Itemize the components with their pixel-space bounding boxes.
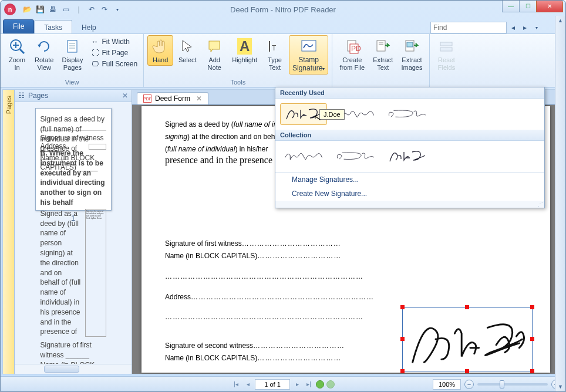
zoom-input[interactable] <box>433 379 461 390</box>
svg-line-1 <box>20 49 24 53</box>
vertical-scrollbar[interactable]: ▲ ▼ <box>555 16 565 391</box>
stamp-signature-icon <box>299 37 318 56</box>
find-dropdown-icon[interactable]: ▾ <box>531 22 542 33</box>
scroll-up-icon[interactable]: ▲ <box>555 16 565 25</box>
type-text-icon: T <box>265 37 284 56</box>
dropdown-section-recently-used: Recently Used <box>275 87 544 99</box>
svg-rect-17 <box>377 40 385 51</box>
manage-signatures-item[interactable]: Manage Signatures... <box>275 173 544 187</box>
signature-coll-3[interactable] <box>383 146 430 167</box>
title-bar: n 📂 💾 🖶 ▭ | ↶ ↷ ▾ Deed Form - Nitro PDF … <box>1 1 565 18</box>
signature-item-3[interactable] <box>383 103 430 125</box>
svg-rect-5 <box>68 40 77 52</box>
stamp-signature-button[interactable]: Stamp Signature▾ <box>289 35 328 75</box>
highlight-button[interactable]: A Highlight <box>228 35 261 66</box>
display-pages-button[interactable]: Display Pages <box>58 35 86 73</box>
tools-group-label: Tools <box>147 78 328 86</box>
qat-customize-icon[interactable]: ▾ <box>112 4 123 15</box>
find-box: ◂ ▸ ▾ <box>430 22 542 33</box>
help-tab[interactable]: Help <box>72 21 106 33</box>
hand-icon <box>151 37 170 56</box>
qat-save-icon[interactable]: 💾 <box>35 4 45 15</box>
page-navigation: |◂ ◂ ▸ ▸| <box>231 379 335 390</box>
svg-rect-10 <box>209 41 220 49</box>
qat-open-icon[interactable]: 📂 <box>22 4 32 15</box>
view-group: Zoom In Rotate View Display Pages ↔Fit W… <box>1 34 144 87</box>
tasks-tab[interactable]: Tasks <box>34 20 72 33</box>
quick-access-toolbar: 📂 💾 🖶 ▭ | ↶ ↷ ▾ <box>22 4 123 15</box>
ribbon-tab-row: File Tasks Help ◂ ▸ ▾ <box>1 18 565 33</box>
full-screen-button[interactable]: 🖵Full Screen <box>88 59 140 69</box>
qat-print-icon[interactable]: 🖶 <box>48 4 58 15</box>
find-next-icon[interactable]: ▸ <box>520 22 530 33</box>
qat-blank-icon[interactable]: ▭ <box>60 4 71 15</box>
nav-back-button[interactable] <box>316 380 324 388</box>
type-text-button[interactable]: T Type Text <box>262 35 288 73</box>
pages-panel: ☷ Pages ✕ Signed as a deed by (full name… <box>15 90 132 374</box>
zoom-in-button[interactable]: Zoom In <box>4 35 30 73</box>
find-input[interactable] <box>430 22 507 33</box>
tools-group: Hand Select Add Note A Highlight T Type … <box>144 34 332 87</box>
create-new-signature-item[interactable]: Create New Signature... <box>275 187 544 201</box>
fit-page-button[interactable]: ⛶Fit Page <box>88 48 140 58</box>
pdf-icon: PDF <box>143 94 151 103</box>
reset-fields-button[interactable]: Reset Fields <box>433 35 459 73</box>
file-tab[interactable]: File <box>3 19 34 33</box>
qat-undo-icon[interactable]: ↶ <box>86 4 97 15</box>
close-button[interactable]: ✕ <box>536 1 563 12</box>
highlight-icon: A <box>235 37 254 56</box>
extract-text-icon <box>373 37 392 56</box>
first-page-icon[interactable]: |◂ <box>231 380 241 389</box>
svg-rect-13 <box>302 40 316 51</box>
maximize-button[interactable]: ☐ <box>519 1 537 12</box>
stamp-signature-dropdown: Recently Used Collection Manage Signatur… <box>275 87 545 208</box>
find-prev-icon[interactable]: ◂ <box>508 22 518 33</box>
signature-tooltip: J.Doe <box>319 109 345 120</box>
sidebar-tab-pages[interactable]: Pages <box>3 90 15 374</box>
forms-group: Reset Fields <box>430 34 463 87</box>
last-page-icon[interactable]: ▸| <box>304 380 314 389</box>
svg-rect-21 <box>407 42 413 47</box>
signature-coll-1[interactable] <box>280 146 327 167</box>
dropdown-resize-grip[interactable]: ⋰ <box>275 201 544 208</box>
minimize-button[interactable]: — <box>502 1 520 12</box>
document-tab-close-icon[interactable]: ✕ <box>196 94 202 103</box>
extract-images-button[interactable]: Extract Images <box>397 35 426 73</box>
svg-text:T: T <box>272 44 277 52</box>
create-from-file-button[interactable]: PDF Create from File <box>336 35 368 73</box>
view-group-label: View <box>4 78 140 86</box>
extract-images-icon <box>402 37 421 56</box>
document-tab[interactable]: PDF Deed Form ✕ <box>137 92 208 104</box>
page-thumbnail[interactable]: Signed as a deed by (full name) of indiv… <box>35 108 112 211</box>
add-note-button[interactable]: Add Note <box>201 35 227 73</box>
scroll-down-icon[interactable]: ▼ <box>555 382 565 391</box>
create-from-file-icon: PDF <box>343 37 362 56</box>
qat-redo-icon[interactable]: ↷ <box>99 4 110 15</box>
full-screen-icon: 🖵 <box>90 59 100 69</box>
app-icon: n <box>4 4 16 15</box>
prev-page-icon[interactable]: ◂ <box>243 380 252 389</box>
svg-text:PDF: PDF <box>351 45 361 53</box>
next-page-icon[interactable]: ▸ <box>292 380 302 389</box>
thumbnail-scrollbar[interactable] <box>15 364 132 374</box>
document-tab-label: Deed Form <box>155 94 190 103</box>
dropdown-section-collection: Collection <box>275 130 544 141</box>
hand-button[interactable]: Hand <box>147 35 173 66</box>
zoom-slider[interactable] <box>477 383 548 386</box>
thumbnail-label: 1 <box>71 214 75 222</box>
extract-text-button[interactable]: Extract Text <box>369 35 396 73</box>
rotate-view-button[interactable]: Rotate View <box>31 35 57 73</box>
select-button[interactable]: Select <box>174 35 200 66</box>
zoom-controls: − + <box>433 379 561 390</box>
status-bar: |◂ ◂ ▸ ▸| − + <box>1 376 565 391</box>
nav-forward-button[interactable] <box>326 380 335 388</box>
fit-width-button[interactable]: ↔Fit Width <box>88 36 140 47</box>
ribbon: Zoom In Rotate View Display Pages ↔Fit W… <box>1 33 565 87</box>
signature-stamp-selection[interactable] <box>402 307 533 371</box>
page-number-input[interactable] <box>255 379 290 390</box>
pages-panel-close-icon[interactable]: ✕ <box>122 92 128 100</box>
zoom-out-button[interactable]: − <box>464 380 474 389</box>
fit-page-icon: ⛶ <box>90 48 100 58</box>
signature-coll-2[interactable] <box>332 146 379 167</box>
fit-width-icon: ↔ <box>90 37 100 46</box>
